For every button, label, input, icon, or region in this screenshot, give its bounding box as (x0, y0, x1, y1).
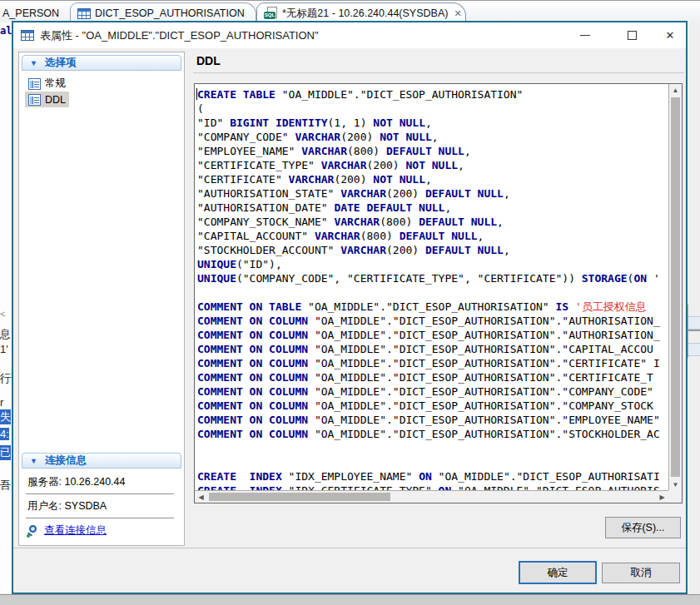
table-icon (77, 8, 91, 19)
scroll-down-icon[interactable]: ▼ (669, 479, 682, 490)
code-line (197, 455, 660, 469)
code-line: CREATE INDEX "IDX_CERTIFICATE_TYPE" ON "… (197, 484, 660, 490)
page-title: DDL (196, 54, 221, 67)
dialog-title: 表属性 - "OA_MIDDLE"."DICT_ESOP_AUTHORISATI… (40, 28, 319, 43)
ok-button[interactable]: 确定 (519, 561, 597, 584)
scroll-up-icon[interactable]: ▲ (669, 84, 682, 96)
server-label: 服务器: (27, 476, 62, 488)
code-line: COMMENT ON COLUMN "OA_MIDDLE"."DICT_ESOP… (197, 356, 660, 370)
code-line: "CAPITAL_ACCOUNT" VARCHAR(800) DEFAULT N… (197, 229, 660, 243)
background-text-fragment: al (0, 24, 12, 38)
divider (193, 72, 684, 73)
background-text-fragment: 行详 (0, 371, 12, 386)
table-icon (21, 30, 34, 41)
collapse-triangle-icon: ▼ (30, 59, 37, 67)
background-text-fragment: 吾台 (0, 478, 12, 493)
connection-section-header[interactable]: ▼ 连接信息 (22, 453, 181, 469)
code-line: "CERTIFICATE_TYPE" VARCHAR(200) NOT NULL… (197, 158, 660, 172)
save-button[interactable]: 保存(S)... (605, 517, 681, 538)
form-icon (28, 94, 41, 106)
minimize-button[interactable] (573, 24, 598, 46)
editor-tab-bar: A_PERSON DICT_ESOP_AUTHORISATION SQL *无标… (0, 0, 700, 22)
tab-close-icon[interactable]: ✕ (454, 8, 461, 19)
code-line: "ID" BIGINT IDENTITY(1, 1) NOT NULL, (197, 116, 660, 130)
background-text-fragment: 4: (0, 428, 9, 440)
ddl-code-view[interactable]: CREATE TABLE "OA_MIDDLE"."DICT_ESOP_AUTH… (195, 84, 668, 490)
code-line: COMMENT ON COLUMN "OA_MIDDLE"."DICT_ESOP… (197, 342, 660, 356)
code-line: UNIQUE("ID"), (197, 257, 660, 271)
scroll-left-icon[interactable]: ◀ (195, 491, 207, 503)
divider (26, 518, 174, 518)
background-text-fragment: 已 (0, 445, 11, 460)
code-line: COMMENT ON COLUMN "OA_MIDDLE"."DICT_ESOP… (197, 314, 660, 328)
code-line (197, 285, 660, 300)
item-label: 常规 (45, 77, 66, 91)
username-value: SYSDBA (64, 500, 107, 512)
code-line: UNIQUE("COMPANY_CODE", "CERTIFICATE_TYPE… (197, 271, 660, 285)
sidebar-item-general[interactable]: 常规 (25, 76, 69, 92)
code-line: ( (197, 102, 660, 116)
code-line: "STOCKHOLDER_ACCOUNT" VARCHAR(200) DEFAU… (197, 243, 660, 257)
code-line: COMMENT ON COLUMN "OA_MIDDLE"."DICT_ESOP… (197, 328, 660, 342)
code-line: "AUTHORISATION_DATE" DATE DEFAULT NULL, (197, 201, 660, 215)
tab-label: A_PERSON (2, 7, 59, 19)
magnifier-icon (26, 524, 39, 538)
horizontal-scrollbar[interactable]: ◀ ▶ (195, 490, 668, 503)
background-text-fragment: 息 (0, 327, 11, 342)
form-icon (28, 78, 41, 90)
code-line: COMMENT ON COLUMN "OA_MIDDLE"."DICT_ESOP… (197, 384, 660, 399)
maximize-button[interactable] (619, 24, 644, 46)
code-line: COMMENT ON COLUMN "OA_MIDDLE"."DICT_ESOP… (197, 370, 660, 384)
code-line: "COMPANY_STOCK_NAME" VARCHAR(800) DEFAUL… (197, 215, 660, 229)
scroll-right-icon[interactable]: ▶ (656, 491, 668, 503)
code-line: "CERTIFICATE" VARCHAR(200) NOT NULL, (197, 172, 660, 186)
background-text-fragment: < (0, 309, 5, 319)
divider (13, 548, 686, 548)
divider (26, 493, 174, 494)
server-row: 服务器: 10.26.240.44 (27, 475, 177, 489)
background-left-strip: al<息1'行详r失4:已吾台 (0, 22, 12, 593)
view-connection-link-row: 查看连接信息 (26, 523, 107, 538)
close-button[interactable]: ✕ (658, 24, 683, 46)
server-value: 10.26.240.44 (64, 476, 125, 488)
code-line: CREATE INDEX "IDX_EMPLOYEE_NAME" ON "OA_… (197, 469, 660, 484)
tab-label: *无标题21 - 10.26.240.44(SYSDBA) (282, 7, 448, 21)
item-label: DDL (45, 94, 66, 106)
code-line: COMMENT ON COLUMN "OA_MIDDLE"."DICT_ESOP… (197, 413, 660, 427)
screen: A_PERSON DICT_ESOP_AUTHORISATION SQL *无标… (0, 0, 700, 605)
username-row: 用户名: SYSDBA (27, 499, 177, 513)
dialog-title-bar[interactable]: 表属性 - "OA_MIDDLE"."DICT_ESOP_AUTHORISATI… (13, 22, 686, 48)
vertical-scrollbar-thumb[interactable] (671, 97, 680, 477)
selection-section-header[interactable]: ▼ 选择项 (22, 55, 181, 71)
sql-file-icon: SQL (264, 7, 278, 20)
background-text-fragment: r (0, 396, 3, 409)
ddl-code-box: CREATE TABLE "OA_MIDDLE"."DICT_ESOP_AUTH… (194, 83, 683, 503)
code-line: COMMENT ON COLUMN "OA_MIDDLE"."DICT_ESOP… (197, 399, 660, 413)
horizontal-scrollbar-thumb[interactable] (209, 493, 390, 501)
code-line: "EMPLOYEE_NAME" VARCHAR(800) DEFAULT NUL… (197, 144, 660, 158)
background-bottom-strip (0, 594, 700, 605)
background-grid-rows (688, 305, 700, 358)
code-line: COMMENT ON COLUMN "OA_MIDDLE"."DICT_ESOP… (197, 427, 660, 441)
code-line: CREATE TABLE "OA_MIDDLE"."DICT_ESOP_AUTH… (197, 87, 660, 102)
code-line (197, 441, 660, 455)
code-line: COMMENT ON TABLE "OA_MIDDLE"."DICT_ESOP_… (197, 300, 660, 314)
section-label: 连接信息 (45, 454, 87, 468)
code-line: "COMPANY_CODE" VARCHAR(200) NOT NULL, (197, 130, 660, 144)
dialog-left-panel: ▼ 选择项 常规 DDL ▼ 连接信息 服务器: 10.26.240.44 用户 (18, 52, 185, 546)
background-text-fragment: 1' (0, 343, 8, 355)
vertical-scrollbar[interactable]: ▲ ▼ (668, 84, 682, 490)
sidebar-item-ddl[interactable]: DDL (25, 92, 69, 107)
section-label: 选择项 (45, 56, 77, 70)
view-connection-link[interactable]: 查看连接信息 (44, 523, 107, 538)
table-properties-dialog: 表属性 - "OA_MIDDLE"."DICT_ESOP_AUTHORISATI… (12, 21, 688, 594)
tab-label: DICT_ESOP_AUTHORISATION (95, 7, 245, 19)
collapse-triangle-icon: ▼ (30, 457, 37, 465)
background-text-fragment: 失 (0, 409, 11, 424)
username-label: 用户名: (27, 500, 62, 512)
code-line: "AUTHORISATION_STATE" VARCHAR(200) DEFAU… (197, 186, 660, 201)
ddl-code[interactable]: CREATE TABLE "OA_MIDDLE"."DICT_ESOP_AUTH… (197, 87, 660, 490)
scrollbar-corner (668, 490, 682, 503)
cancel-button[interactable]: 取消 (602, 563, 680, 583)
